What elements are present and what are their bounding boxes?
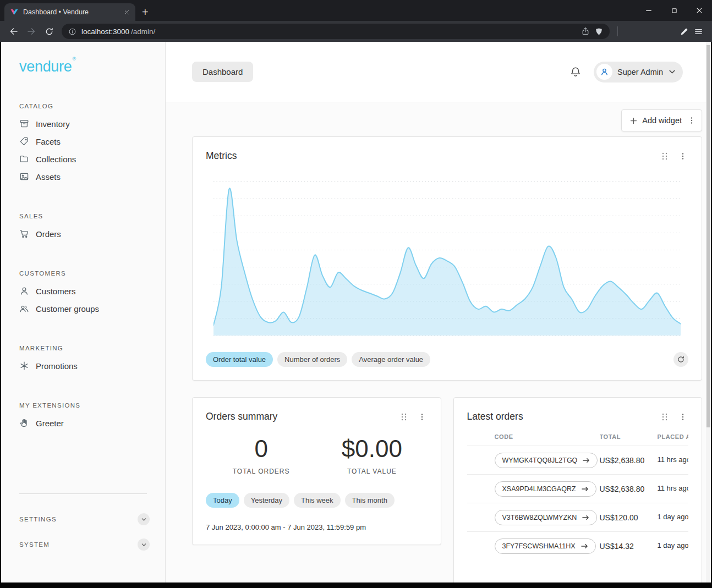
table-row: XSA9PD4LM3CGAQRZ US$2,638.80 11 hrs ago [467, 474, 689, 503]
promotions-icon [19, 361, 29, 371]
sidebar-item-greeter[interactable]: Greeter [1, 414, 165, 432]
browser-menu-icon[interactable] [690, 23, 706, 40]
drag-handle-icon[interactable] [400, 412, 408, 422]
arrow-right-icon [582, 486, 589, 492]
sidebar-item-inventory[interactable]: Inventory [1, 115, 165, 133]
chevron-down-icon [668, 68, 676, 76]
tab-close-button[interactable] [122, 7, 132, 17]
window-bottom-edge [0, 582, 712, 588]
section-label: CUSTOMERS [19, 270, 165, 277]
date-range-text: 7 Jun 2023, 0:00:00 am - 7 Jun 2023, 11:… [206, 523, 428, 531]
brave-shield-icon[interactable] [595, 28, 603, 36]
order-code-button[interactable]: 3FY7FSCWSHMA11HX [495, 538, 596, 554]
sidebar-item-customer-groups[interactable]: Customer groups [1, 300, 165, 317]
main-content: Dashboard Super Admin [166, 42, 706, 582]
customers-icon [19, 286, 29, 296]
metrics-chart [213, 182, 681, 336]
metrics-title: Metrics [206, 150, 237, 162]
address-bar[interactable]: localhost:3000/admin/ [62, 24, 610, 39]
total-orders-label: TOTAL ORDERS [206, 468, 316, 475]
section-label: SALES [19, 213, 165, 219]
section-label: CATALOG [19, 103, 165, 109]
chevron-down-icon[interactable] [138, 513, 150, 525]
orders-summary-widget: Orders summary 0 TOTAL ORDERS [192, 397, 441, 545]
sidebar-item-assets[interactable]: Assets [1, 168, 165, 185]
arrow-right-icon [583, 458, 590, 463]
range-this-week[interactable]: This week [294, 493, 341, 508]
column-code: CODE [495, 433, 600, 440]
refresh-button[interactable] [673, 352, 688, 367]
range-today[interactable]: Today [206, 493, 239, 508]
add-widget-button[interactable]: Add widget [621, 109, 702, 131]
reload-button[interactable] [41, 23, 57, 40]
browser-tab[interactable]: Dashboard • Vendure [4, 3, 135, 21]
total-orders-stat: 0 TOTAL ORDERS [206, 437, 316, 475]
total-value-label: TOTAL VALUE [316, 468, 427, 475]
share-icon[interactable] [581, 27, 590, 36]
arrow-right-icon [582, 515, 589, 520]
table-header-row: CODE TOTAL PLACED AT [467, 433, 689, 446]
plus-icon [629, 117, 638, 125]
sidebar-section-marketing: MARKETING Promotions [1, 345, 165, 375]
close-button[interactable] [687, 0, 712, 21]
drag-handle-icon[interactable] [661, 151, 669, 161]
drag-handle-icon[interactable] [661, 412, 669, 422]
range-yesterday[interactable]: Yesterday [244, 493, 289, 508]
order-code-button[interactable]: WYMGK4TQQ8JL2TGQ [495, 453, 598, 468]
sidebar-section-my-extensions: MY EXTENSIONS Greeter [1, 402, 165, 432]
forward-button[interactable] [23, 23, 40, 40]
total-value-value: $0.00 [316, 437, 427, 461]
user-menu-button[interactable]: Super Admin [594, 62, 683, 83]
new-tab-button[interactable]: + [142, 7, 149, 18]
dashboard-scroll-area: Add widget Metrics [166, 102, 706, 582]
sidebar-section-sales: SALES Orders [1, 213, 165, 243]
facets-icon [19, 136, 29, 146]
sidebar: vendure® CATALOG Inventory Facets Collec… [1, 42, 166, 582]
main-scrollbar[interactable] [706, 42, 711, 582]
order-code-button[interactable]: XSA9PD4LM3CGAQRZ [495, 481, 596, 497]
kebab-menu-icon[interactable] [677, 411, 688, 422]
toolbar-separator [617, 26, 618, 36]
dashboard-page-button[interactable]: Dashboard [192, 62, 253, 82]
sidebar-item-promotions[interactable]: Promotions [1, 357, 165, 375]
metrics-chart-area [213, 182, 681, 336]
orders-icon [19, 229, 29, 239]
back-button[interactable] [6, 23, 22, 40]
notifications-button[interactable] [566, 63, 585, 81]
sidebar-item-facets[interactable]: Facets [1, 133, 165, 150]
sidebar-section-customers: CUSTOMERS Customers Customer groups [1, 270, 165, 317]
inventory-icon [19, 119, 29, 129]
minimize-button[interactable] [636, 0, 661, 21]
sidebar-item-settings[interactable]: SETTINGS [1, 510, 165, 528]
tab-average-order-value[interactable]: Average order value [352, 352, 430, 367]
sidebar-divider [19, 493, 147, 494]
browser-titlebar: Dashboard • Vendure + [0, 0, 712, 21]
pencil-extension-icon[interactable] [680, 27, 689, 36]
table-row: 3FY7FSCWSHMA11HX US$14.32 1 day ago [467, 531, 689, 560]
kebab-menu-icon[interactable] [417, 411, 428, 422]
sidebar-item-system[interactable]: SYSTEM [1, 536, 165, 553]
section-label: MY EXTENSIONS [19, 402, 165, 409]
order-code-button[interactable]: V3T6BW8ZQLWMYZKN [495, 510, 598, 525]
sidebar-section-catalog: CATALOG Inventory Facets Collections Ass… [1, 103, 165, 185]
latest-orders-title: Latest orders [467, 411, 523, 422]
latest-orders-widget: Latest orders CODE TOTAL PLACED AT [453, 397, 703, 582]
browser-window: Dashboard • Vendure + localhost:3000/adm… [0, 0, 712, 588]
range-this-month[interactable]: This month [345, 493, 395, 508]
kebab-menu-icon[interactable] [677, 151, 688, 162]
tab-number-of-orders[interactable]: Number of orders [277, 352, 347, 367]
tab-order-total-value[interactable]: Order total value [206, 352, 273, 367]
maximize-button[interactable] [661, 0, 687, 21]
site-info-icon[interactable] [68, 28, 76, 36]
sidebar-item-orders[interactable]: Orders [1, 225, 165, 243]
browser-toolbar: localhost:3000/admin/ [0, 21, 712, 42]
scrollbar-thumb[interactable] [706, 45, 710, 427]
tab-title: Dashboard • Vendure [23, 8, 117, 16]
add-widget-kebab-icon[interactable] [686, 115, 697, 126]
page-header: Dashboard Super Admin [166, 42, 706, 102]
column-total: TOTAL [600, 433, 658, 440]
sidebar-item-customers[interactable]: Customers [1, 282, 165, 300]
sidebar-item-collections[interactable]: Collections [1, 150, 165, 168]
table-row: V3T6BW8ZQLWMYZKN US$120.00 1 day ago [467, 503, 689, 531]
chevron-down-icon[interactable] [138, 538, 150, 551]
